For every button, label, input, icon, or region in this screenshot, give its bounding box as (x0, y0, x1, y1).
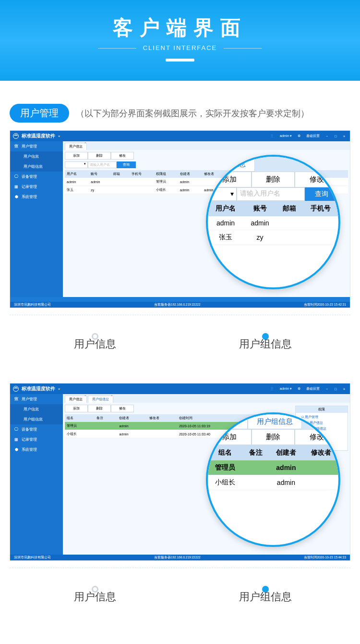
win-min-icon[interactable]: − (324, 386, 330, 392)
monitor-icon: 🖵 (14, 427, 19, 432)
settings-link[interactable]: 基础设置 (305, 386, 321, 391)
mag-del-button[interactable]: 删除 (252, 172, 295, 187)
sidebar-item-device[interactable]: 🖵设备管理 (10, 172, 63, 182)
hero-banner: 客户端界面 CLIENT INTERFACE (0, 0, 360, 81)
caption-left: 用户信息 (10, 337, 180, 351)
section-badge: 用户管理 (10, 104, 69, 123)
table-row[interactable]: 小组长admin (208, 475, 338, 490)
delete-button[interactable]: 删除 (88, 405, 111, 412)
query-button[interactable]: 查询 (117, 161, 136, 168)
caption-right: 用户组信息 (180, 590, 350, 604)
status-bar: 深圳市讯鹏科技有限公司 当前服务器192.168.0.219:22222 当前时… (10, 302, 350, 308)
app-title: 标准温湿度软件 (22, 385, 55, 392)
table-row[interactable]: adminadmin (208, 216, 338, 230)
sidebar: 🕸用户管理 用户信息 用户组信息 🖵设备管理 ▦记录管理 ⬢系统管理 (10, 394, 63, 555)
hero-underline (166, 59, 194, 62)
gear-icon: ⚙ (296, 387, 302, 391)
magnifier-user-info: 用户信息× 添加 删除 修改 请输入用户名 查询 用户名账号邮箱手机号 admi… (206, 155, 340, 289)
win-max-icon[interactable]: □ (333, 386, 338, 392)
user-menu[interactable]: admin ▾ (278, 134, 293, 138)
cube-icon: ⬢ (14, 447, 19, 452)
hero-title-cn: 客户端界面 (0, 14, 360, 41)
edit-button[interactable]: 修改 (111, 152, 134, 160)
tab-user-info[interactable]: 用户信息× (65, 143, 87, 150)
status-company: 深圳市讯鹏科技有限公司 (10, 303, 55, 307)
user-icon: 👤 (268, 387, 276, 391)
user-menu[interactable]: admin ▾ (278, 387, 293, 391)
mag-search-input[interactable]: 请输入用户名 (237, 187, 305, 201)
delete-button[interactable]: 删除 (88, 152, 111, 160)
caption-left: 用户信息 (10, 590, 180, 604)
users-icon: 🕸 (14, 144, 19, 149)
grid-icon: ▦ (14, 437, 19, 442)
user-icon: 👤 (268, 134, 276, 138)
app-logo-icon (13, 133, 19, 139)
sidebar-item-group-info[interactable]: 用户组信息 (10, 161, 63, 172)
sidebar-item-record[interactable]: ▦记录管理 (10, 182, 63, 192)
hamburger-icon[interactable]: ≡ (58, 135, 60, 138)
status-server: 当前服务器192.168.0.219:22222 (55, 556, 300, 560)
hamburger-icon[interactable]: ≡ (58, 387, 60, 391)
sidebar: 🕸用户管理 用户信息 用户组信息 🖵设备管理 ▦记录管理 ⬢系统管理 (10, 141, 63, 302)
caption-row-2: 用户信息 用户组信息 (0, 561, 360, 609)
mag-del-button[interactable]: 删除 (252, 429, 295, 445)
section-head: 用户管理 （以下为部分界面案例截图展示，实际开发按客户要求定制） (0, 85, 360, 130)
sidebar-item-system[interactable]: ⬢系统管理 (10, 192, 63, 202)
perm-item[interactable]: 用户管理 (298, 414, 346, 420)
grid-icon: ▦ (14, 185, 19, 189)
tab-group-info[interactable]: 用户组信息× (88, 396, 113, 403)
sidebar-item-user-info[interactable]: 用户信息 (10, 404, 63, 414)
search-input[interactable]: 请输入用户名 (88, 161, 117, 168)
tab-close-icon[interactable]: × (84, 141, 88, 145)
app-title: 标准温湿度软件 (22, 133, 55, 139)
permission-title: 权限 (296, 406, 348, 413)
tab-user-info[interactable]: 用户信息× (65, 396, 87, 403)
add-button[interactable]: 添加 (65, 152, 88, 160)
mag-tab-group[interactable]: 用户组信息× (248, 414, 302, 429)
screenshot-user-info: 标准温湿度软件 ≡ 👤 admin ▾ ⚙ 基础设置 − □ × 🕸用户管理 用… (10, 130, 350, 308)
status-time: 当前时间2020-10-23 15:42:31 (300, 303, 350, 307)
win-max-icon[interactable]: □ (333, 133, 338, 139)
filter-dropdown[interactable] (65, 161, 88, 168)
tab-bar: 用户信息× 用户组信息× (63, 394, 350, 403)
status-company: 深圳市讯鹏科技有限公司 (10, 556, 55, 560)
sidebar-item-user-info[interactable]: 用户信息 (10, 151, 63, 161)
titlebar: 标准温湿度软件 ≡ 👤 admin ▾ ⚙ 基础设置 − □ × (10, 384, 350, 394)
sidebar-item-device[interactable]: 🖵设备管理 (10, 424, 63, 434)
win-close-icon[interactable]: × (341, 133, 347, 139)
gear-icon: ⚙ (296, 134, 302, 138)
win-min-icon[interactable]: − (324, 133, 330, 139)
status-bar: 深圳市讯鹏科技有限公司 当前服务器192.168.0.219:22222 当前时… (10, 555, 350, 560)
sidebar-item-user-mgmt[interactable]: 🕸用户管理 (10, 141, 63, 151)
app-logo-icon (13, 386, 19, 392)
sidebar-item-system[interactable]: ⬢系统管理 (10, 445, 63, 455)
caption-row-1: 用户信息 用户组信息 (0, 308, 360, 356)
tab-bar: 用户信息× (63, 141, 350, 150)
tab-close-icon[interactable]: × (111, 394, 115, 398)
screenshot-group-info: 标准温湿度软件 ≡ 👤 admin ▾ ⚙ 基础设置 − □ × 🕸用户管理 用… (10, 383, 350, 561)
status-time: 当前时间2020-10-23 15:44:33 (300, 556, 350, 560)
status-server: 当前服务器192.168.0.219:22222 (55, 303, 300, 307)
sidebar-item-record[interactable]: ▦记录管理 (10, 434, 63, 445)
caption-right: 用户组信息 (180, 337, 350, 351)
section-note: （以下为部分界面案例截图展示，实际开发按客户要求定制） (76, 108, 309, 119)
monitor-icon: 🖵 (14, 174, 19, 179)
add-button[interactable]: 添加 (65, 405, 88, 412)
sidebar-item-group-info[interactable]: 用户组信息 (10, 414, 63, 424)
settings-link[interactable]: 基础设置 (305, 134, 321, 138)
table-row[interactable]: 张玉zy (208, 230, 338, 245)
magnifier-group-info: 户信息× 用户组信息× 添加 删除 修改 组名备注创建者修改者 管理员admin… (206, 412, 340, 547)
cube-icon: ⬢ (14, 195, 19, 199)
titlebar: 标准温湿度软件 ≡ 👤 admin ▾ ⚙ 基础设置 − □ × (10, 131, 350, 141)
table-row-selected[interactable]: 管理员admin (208, 460, 338, 475)
edit-button[interactable]: 修改 (111, 405, 134, 412)
sidebar-item-user-mgmt[interactable]: 🕸用户管理 (10, 394, 63, 404)
hero-title-en: CLIENT INTERFACE (143, 44, 217, 51)
users-icon: 🕸 (14, 397, 19, 401)
win-close-icon[interactable]: × (341, 386, 347, 392)
toolbar: 添加 删除 修改 (63, 150, 350, 161)
